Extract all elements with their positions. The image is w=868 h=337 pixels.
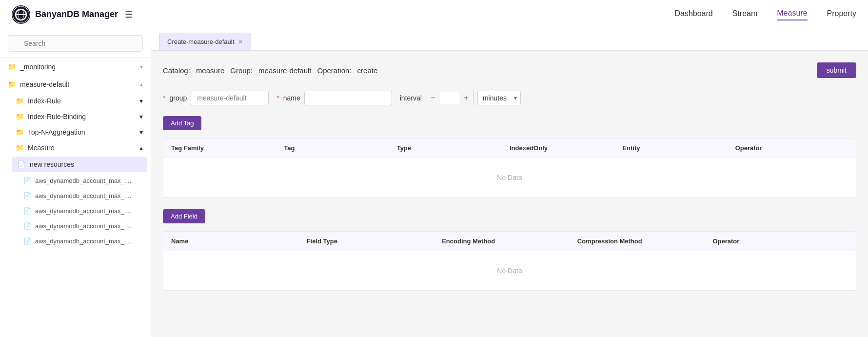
col-compression: Compression Method: [577, 238, 713, 245]
sidebar-sub-measure-default: 📁 Index-Rule ▾ 📁 Index-Rule-Binding ▾: [0, 93, 151, 249]
main-nav: Dashboard Stream Measure Property: [674, 9, 856, 20]
operation-label: Operation:: [317, 66, 352, 75]
file-label: aws_dynamodb_account_max_....: [35, 192, 131, 199]
folder-icon: 📁: [8, 63, 16, 71]
sidebar-label-new-resources: new resources: [30, 160, 74, 168]
group-meta-value: measure-default: [258, 66, 311, 75]
operation-value: create: [357, 66, 378, 75]
group-field-label: group: [169, 94, 187, 102]
file-icon: 📄: [23, 177, 31, 184]
sidebar-label-monitoring: _monitoring: [20, 63, 56, 71]
document-icon: 📄: [18, 160, 26, 168]
sidebar-item-top-n[interactable]: 📁 Top-N-Aggregation ▾: [8, 124, 151, 140]
nav-measure[interactable]: Measure: [777, 9, 807, 20]
col-operator-tags: Operator: [735, 144, 848, 152]
sidebar-item-measure-folder[interactable]: 📁 Measure ▴: [8, 140, 151, 156]
list-item[interactable]: 📄 aws_dynamodb_account_max_....: [8, 218, 151, 234]
tabs-bar: Create-measure-default ✕: [151, 29, 868, 51]
name-field-group: * name: [276, 91, 392, 105]
interval-label: interval: [400, 94, 422, 102]
sidebar-item-new-resources[interactable]: 📄 new resources: [12, 157, 147, 172]
chevron-down-icon: ▾: [139, 113, 143, 120]
file-label: aws_dynamodb_account_max_....: [35, 222, 131, 230]
tags-table: Tag Family Tag Type IndexedOnly Entity O…: [163, 138, 856, 198]
interval-plus-button[interactable]: +: [459, 90, 473, 106]
logo-icon: [12, 5, 30, 24]
tags-table-empty: No Data: [163, 158, 856, 197]
add-field-button[interactable]: Add Field: [163, 209, 205, 223]
main-content: Create-measure-default ✕ Catalog: measur…: [151, 29, 868, 337]
tags-table-header: Tag Family Tag Type IndexedOnly Entity O…: [163, 139, 856, 158]
tab-label: Create-measure-default: [167, 38, 234, 45]
list-item[interactable]: 📄 aws_dynamodb_account_max_....: [8, 203, 151, 218]
folder-icon: 📁: [8, 80, 16, 88]
chevron-down-icon: ▾: [139, 128, 143, 136]
col-operator-fields: Operator: [712, 238, 848, 245]
interval-group: interval − 1 + minutes seconds hours: [400, 90, 521, 106]
required-asterisk: *: [276, 94, 279, 102]
interval-minus-button[interactable]: −: [426, 90, 440, 106]
chevron-up-icon: ▴: [140, 81, 143, 88]
list-item[interactable]: 📄 aws_dynamodb_account_max_....: [8, 188, 151, 203]
form-fields: * group * name interval − 1: [163, 90, 856, 106]
col-indexed-only: IndexedOnly: [510, 144, 622, 152]
sidebar-label-top-n: Top-N-Aggregation: [28, 128, 85, 136]
file-label: aws_dynamodb_account_max_....: [35, 238, 131, 245]
sidebar: 🔍 📁 _monitoring ▾ 📁 measure-default ▴: [0, 29, 151, 337]
folder-icon: 📁: [16, 97, 24, 105]
name-field-input[interactable]: [304, 91, 392, 105]
col-field-type: Field Type: [307, 238, 442, 245]
col-name: Name: [171, 238, 307, 245]
search-box: 🔍: [0, 29, 151, 58]
fields-table: Name Field Type Encoding Method Compress…: [163, 231, 856, 291]
tab-create-measure[interactable]: Create-measure-default ✕: [159, 33, 251, 50]
form-meta: Catalog: measure Group: measure-default …: [163, 66, 377, 75]
nav-dashboard[interactable]: Dashboard: [674, 9, 712, 20]
sidebar-item-index-rule-binding[interactable]: 📁 Index-Rule-Binding ▾: [8, 109, 151, 124]
catalog-value: measure: [196, 66, 224, 75]
interval-unit-select[interactable]: minutes seconds hours: [477, 91, 521, 105]
sidebar-label-measure-default: measure-default: [20, 80, 69, 88]
file-icon: 📄: [23, 192, 31, 199]
menu-icon[interactable]: ☰: [125, 9, 133, 20]
sidebar-item-measure-default[interactable]: 📁 measure-default ▴: [0, 76, 151, 93]
list-item[interactable]: 📄 aws_dynamodb_account_max_....: [8, 234, 151, 249]
folder-icon: 📁: [16, 128, 24, 136]
nav-property[interactable]: Property: [827, 9, 856, 20]
add-tag-button[interactable]: Add Tag: [163, 116, 201, 130]
header: BanyanDB Manager ☰ Dashboard Stream Meas…: [0, 0, 868, 29]
file-label: aws_dynamodb_account_max_....: [35, 177, 131, 184]
col-type: Type: [397, 144, 510, 152]
group-field-input[interactable]: [191, 91, 269, 105]
tab-close-button[interactable]: ✕: [238, 39, 243, 45]
name-field-label: name: [283, 94, 300, 102]
body: 🔍 📁 _monitoring ▾ 📁 measure-default ▴: [0, 29, 868, 337]
app-title: BanyanDB Manager: [35, 9, 118, 20]
search-input[interactable]: [8, 35, 143, 52]
logo: BanyanDB Manager ☰: [12, 5, 133, 24]
list-item[interactable]: 📄 aws_dynamodb_account_max_....: [8, 173, 151, 188]
file-icon: 📄: [23, 238, 31, 245]
col-encoding: Encoding Method: [442, 238, 577, 245]
app-root: BanyanDB Manager ☰ Dashboard Stream Meas…: [0, 0, 868, 337]
sidebar-item-index-rule[interactable]: 📁 Index-Rule ▾: [8, 93, 151, 109]
col-tag-family: Tag Family: [171, 144, 284, 152]
banyan-svg: [12, 6, 30, 23]
search-wrapper: 🔍: [8, 35, 143, 52]
content-area: Catalog: measure Group: measure-default …: [151, 51, 868, 337]
chevron-down-icon: ▾: [140, 63, 143, 70]
folder-icon: 📁: [16, 144, 24, 152]
fields-table-header: Name Field Type Encoding Method Compress…: [163, 232, 856, 251]
catalog-label: Catalog:: [163, 66, 190, 75]
file-icon: 📄: [23, 207, 31, 215]
nav-stream[interactable]: Stream: [732, 9, 758, 20]
sidebar-label-index-rule-binding: Index-Rule-Binding: [28, 113, 86, 120]
chevron-down-icon: ▾: [139, 97, 143, 105]
sidebar-label-measure-folder: Measure: [28, 144, 54, 152]
sidebar-item-monitoring[interactable]: 📁 _monitoring ▾: [0, 58, 151, 76]
submit-button[interactable]: submit: [817, 62, 856, 78]
interval-value-input[interactable]: 1: [440, 92, 459, 104]
file-icon: 📄: [23, 222, 31, 230]
interval-controls: − 1 +: [426, 90, 473, 106]
sidebar-label-index-rule: Index-Rule: [28, 97, 61, 105]
